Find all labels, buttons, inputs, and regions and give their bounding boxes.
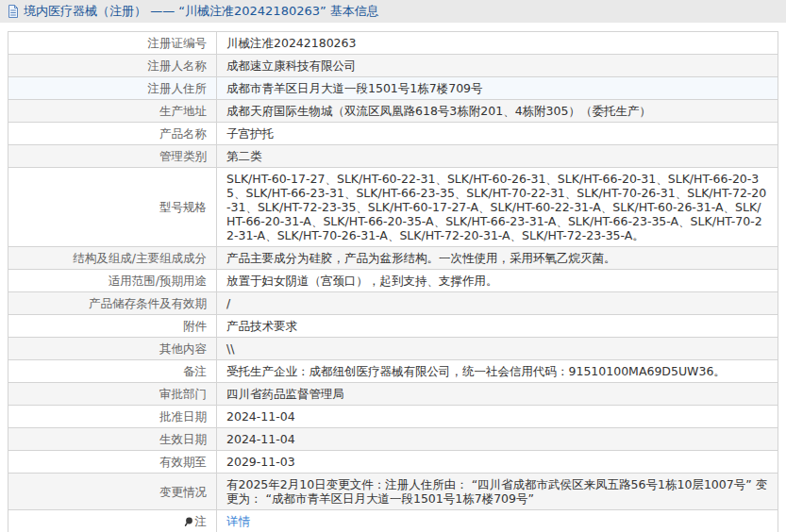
row-value: 四川省药品监督管理局 [217,383,778,406]
table-row-registration-number: 注册证编号 川械注准20242180263 [8,32,778,55]
table-row-change-status: 变更情况 有2025年2月10日变更文件：注册人住所由： “四川省成都市武侯区来… [8,474,778,510]
row-label: 产品储存条件及有效期 [8,292,217,315]
table-row-approval-date: 批准日期 2024-11-04 [8,406,778,428]
table-row-product-name: 产品名称 子宫护托 [8,123,778,145]
table-row-structure-composition: 结构及组成/主要组成成分 产品主要成分为硅胶，产品为盆形结构。一次性使用，采用环… [8,247,778,270]
row-label: 管理类别 [8,145,217,168]
row-value: 产品主要成分为硅胶，产品为盆形结构。一次性使用，采用环氧乙烷灭菌。 [217,247,778,270]
row-value: 成都天府国际生物城（双流区凤凰路618号3栋附201、4栋附305）（委托生产） [217,100,778,123]
row-value: 成都市青羊区日月大道一段1501号1栋7楼709号 [217,77,778,100]
row-value: / [217,292,778,315]
row-value: 川械注准20242180263 [217,32,778,55]
row-value: 2024-11-04 [217,406,778,428]
row-value: 子宫护托 [217,123,778,145]
table-row-attachment: 附件 产品技术要求 [8,315,778,338]
row-label: 变更情况 [8,474,217,510]
row-value: 产品技术要求 [217,315,778,338]
row-label: 结构及组成/主要组成成分 [8,247,217,270]
note-pin-icon [184,517,193,527]
table-row-production-address: 生产地址 成都天府国际生物城（双流区凤凰路618号3栋附201、4栋附305）（… [8,100,778,123]
device-info-table: 注册证编号 川械注准20242180263 注册人名称 成都速立康科技有限公司 … [8,31,778,532]
row-label: 适用范围/预期用途 [8,270,217,292]
row-label: 注册人名称 [8,55,217,77]
row-label: 产品名称 [8,123,217,145]
table-row-other-content: 其他内容 \\ [8,338,778,360]
row-label: 注 [8,510,217,532]
row-label: 附件 [8,315,217,338]
row-value: SLK/HT-60-17-27、SLK/HT-60-22-31、SLK/HT-6… [217,168,778,247]
row-label: 生效日期 [8,428,217,451]
table-row-management-class: 管理类别 第二类 [8,145,778,168]
page-title: 境内医疗器械（注册） —— “川械注准20242180263” 基本信息 [24,3,379,20]
row-label: 注册证编号 [8,32,217,55]
row-label: 审批部门 [8,383,217,406]
row-value: 2029-11-03 [217,451,778,474]
table-row-intended-use: 适用范围/预期用途 放置于妇女阴道（宫颈口），起到支持、支撑作用。 [8,270,778,292]
row-value: 2024-11-04 [217,428,778,451]
note-label: 注 [195,514,208,528]
table-row-remarks: 备注 受托生产企业：成都纽创医疗器械有限公司，统一社会信用代码：91510100… [8,360,778,383]
row-label: 其他内容 [8,338,217,360]
row-value: 受托生产企业：成都纽创医疗器械有限公司，统一社会信用代码：91510100MA6… [217,360,778,383]
table-row-model-specs: 型号规格 SLK/HT-60-17-27、SLK/HT-60-22-31、SLK… [8,168,778,247]
row-label: 批准日期 [8,406,217,428]
row-value: 成都速立康科技有限公司 [217,55,778,77]
table-row-storage-validity: 产品储存条件及有效期 / [8,292,778,315]
row-label: 备注 [8,360,217,383]
row-value: \\ [217,338,778,360]
row-label: 型号规格 [8,168,217,247]
row-label: 注册人住所 [8,77,217,100]
table-row-effective-date: 生效日期 2024-11-04 [8,428,778,451]
page-title-bar: 境内医疗器械（注册） —— “川械注准20242180263” 基本信息 [0,0,786,23]
row-value: 第二类 [217,145,778,168]
table-row-approval-department: 审批部门 四川省药品监督管理局 [8,383,778,406]
row-label: 有效期至 [8,451,217,474]
row-value: 有2025年2月10日变更文件：注册人住所由： “四川省成都市武侯区来凤五路56… [217,474,778,510]
document-icon [8,5,19,18]
row-value: 详情 [217,510,778,532]
table-row-registrant-name: 注册人名称 成都速立康科技有限公司 [8,55,778,77]
details-link[interactable]: 详情 [226,514,250,528]
table-row-expiry-date: 有效期至 2029-11-03 [8,451,778,474]
table-row-registrant-address: 注册人住所 成都市青羊区日月大道一段1501号1栋7楼709号 [8,77,778,100]
table-row-note: 注 详情 [8,510,778,532]
row-value: 放置于妇女阴道（宫颈口），起到支持、支撑作用。 [217,270,778,292]
row-label: 生产地址 [8,100,217,123]
